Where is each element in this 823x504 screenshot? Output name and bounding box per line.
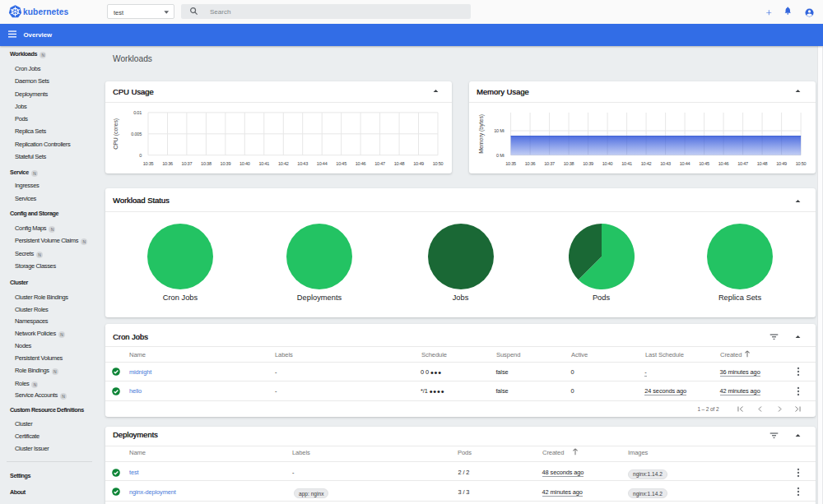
svg-text:10:48: 10:48 xyxy=(757,161,768,166)
svg-text:0.005: 0.005 xyxy=(131,132,142,136)
svg-text:10:47: 10:47 xyxy=(374,161,385,166)
svg-text:10:49: 10:49 xyxy=(413,161,424,166)
svg-text:10:45: 10:45 xyxy=(699,161,709,166)
svg-text:10:41: 10:41 xyxy=(621,161,632,166)
svg-text:10:44: 10:44 xyxy=(317,161,328,166)
svg-text:10:35: 10:35 xyxy=(143,161,154,166)
svg-text:10:46: 10:46 xyxy=(356,161,366,166)
svg-text:0.01: 0.01 xyxy=(133,110,142,115)
svg-text:10:37: 10:37 xyxy=(182,161,193,166)
svg-text:CPU (cores): CPU (cores) xyxy=(113,118,119,150)
svg-text:10:44: 10:44 xyxy=(680,161,690,166)
svg-text:10:38: 10:38 xyxy=(201,161,212,166)
svg-text:10:43: 10:43 xyxy=(660,161,671,166)
svg-text:10:39: 10:39 xyxy=(221,161,231,166)
svg-text:10:40: 10:40 xyxy=(602,161,613,166)
svg-text:10:39: 10:39 xyxy=(583,161,593,166)
svg-text:10:40: 10:40 xyxy=(239,161,250,166)
svg-text:10:38: 10:38 xyxy=(564,161,574,166)
svg-text:10:41: 10:41 xyxy=(258,161,269,166)
svg-text:10:42: 10:42 xyxy=(278,161,289,166)
svg-text:10:37: 10:37 xyxy=(544,161,555,166)
svg-text:10:36: 10:36 xyxy=(162,161,173,166)
svg-text:10:50: 10:50 xyxy=(796,161,807,166)
svg-text:10:45: 10:45 xyxy=(336,161,346,166)
svg-text:10:36: 10:36 xyxy=(525,161,536,166)
svg-text:0: 0 xyxy=(139,153,142,158)
svg-text:10 Mi: 10 Mi xyxy=(494,128,504,133)
svg-text:10:49: 10:49 xyxy=(776,161,787,166)
svg-text:10:47: 10:47 xyxy=(737,161,748,166)
svg-text:10:42: 10:42 xyxy=(641,161,652,166)
svg-text:10:35: 10:35 xyxy=(505,161,516,166)
svg-text:10:48: 10:48 xyxy=(394,161,405,166)
svg-text:0 Mi: 0 Mi xyxy=(496,153,504,158)
svg-text:10:46: 10:46 xyxy=(718,161,729,166)
svg-text:10:50: 10:50 xyxy=(433,161,444,166)
svg-text:10:43: 10:43 xyxy=(297,161,308,166)
svg-text:Memory (bytes): Memory (bytes) xyxy=(479,114,486,154)
